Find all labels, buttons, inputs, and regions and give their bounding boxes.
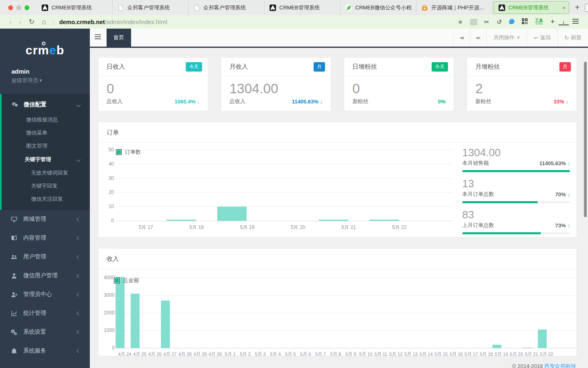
close-operations-dropdown[interactable]: 关闭操作▼: [486, 29, 527, 47]
sidebar-item-label: 管理员中心: [23, 291, 52, 298]
legend-swatch-icon: [114, 278, 120, 283]
window-zoom-button[interactable]: [24, 5, 29, 10]
cloud-sync-icon[interactable]: [506, 18, 518, 25]
tab-title: CRMEB管理系统: [508, 4, 560, 11]
user-role-dropdown[interactable]: 超级管理员 ▾: [11, 77, 90, 84]
browser-tab[interactable]: 众邦客户管理系统: [113, 0, 189, 15]
scrollbar-thumb[interactable]: [584, 62, 587, 217]
sidebar-item-cogs[interactable]: 系统设置: [0, 323, 90, 341]
tab-count-badge[interactable]: 7: [585, 4, 588, 12]
stat-card: 月增粉丝月2新粉丝33% ↓: [467, 57, 577, 111]
user-name: admin: [11, 68, 90, 75]
sidebar-item-wechat-config[interactable]: 微信配置: [2, 96, 90, 113]
devtools-icon[interactable]: 工具develop: [531, 19, 547, 25]
browser-tab[interactable]: CRMEB管理系统: [37, 0, 113, 15]
legend-label: 订单数: [125, 148, 141, 156]
tab-title: CRMEB管理系统: [279, 4, 337, 11]
stat-card-body: 1304.00总收入11405.63% ↓: [221, 76, 331, 105]
sidebar-item-bell[interactable]: 系统服务: [0, 341, 90, 360]
user-icon: [11, 272, 18, 279]
qr-code-icon[interactable]: [518, 18, 531, 25]
sidebar-subitem[interactable]: 微信关注回复: [2, 193, 90, 206]
order-stat-value: 83: [462, 209, 570, 220]
order-stat-label: 本月销售额: [462, 159, 489, 167]
chart-legend[interactable]: 总金额: [114, 277, 139, 284]
browser-tab[interactable]: 开源商城｜PHP开源商城: [416, 0, 492, 15]
stat-card-header: 月增粉丝月: [467, 58, 577, 76]
back-icon[interactable]: ‹: [6, 18, 16, 26]
gridline: [116, 278, 575, 278]
stat-card-value: 1304.00: [229, 81, 323, 97]
chart-legend[interactable]: 订单数: [116, 148, 141, 156]
chevron-left-icon: [77, 292, 81, 296]
x-axis-tick-label: 5月 18: [184, 224, 209, 231]
sidebar-subitem[interactable]: 微信菜单: [2, 126, 90, 139]
chevron-left-icon: [77, 255, 81, 259]
chevron-left-icon: [77, 217, 81, 221]
browser-menu-icon[interactable]: [569, 18, 582, 26]
stat-card-percentage: 0%: [438, 99, 445, 105]
bookmark-star-icon[interactable]: ★: [454, 18, 466, 26]
chart-bar: [217, 206, 247, 221]
add-extension-icon[interactable]: +: [547, 18, 559, 26]
sidebar-item-book[interactable]: 内容管理: [0, 229, 90, 247]
browser-tab[interactable]: CRMEB微信公众号小程: [341, 0, 416, 15]
x-axis-tick-label: 5月 17: [134, 224, 158, 231]
order-stat-label: 上月订单总数: [462, 222, 494, 229]
sidebar-item-label: 系统服务: [23, 347, 46, 355]
window-minimize-button[interactable]: [16, 5, 21, 10]
doc-favicon-icon: [194, 4, 200, 11]
order-stat-block: 13本月订单总数70% ↓: [462, 178, 570, 203]
sidebar-subitem[interactable]: 微信模板消息: [2, 113, 90, 126]
chart-bar: [167, 220, 196, 221]
sidebar-subitem[interactable]: 关键字回复: [2, 180, 90, 193]
refresh-button[interactable]: ↻刷新: [557, 29, 588, 47]
sidebar-item-label: 用户管理: [23, 253, 46, 260]
y-axis-tick-label: 1000: [102, 328, 115, 333]
tab-home[interactable]: 首页: [107, 29, 131, 47]
chart-icon: [11, 310, 18, 317]
sidebar-item-chart[interactable]: 统计管理: [0, 304, 90, 323]
sidebar-item-keyword-mgmt[interactable]: 关键字管理: [2, 153, 90, 166]
orders-panel: 订单 010203040505月 175月 185月 195月 205月 215…: [98, 122, 577, 238]
undo-icon[interactable]: ↺: [493, 18, 506, 26]
company-link[interactable]: 西安众邦科技: [544, 363, 576, 368]
download-icon[interactable]: ↓: [559, 18, 569, 25]
scissors-icon[interactable]: ✂: [481, 18, 493, 26]
income-panel: 收入 010002000300040004月 244月 254月 264月 27…: [98, 248, 577, 356]
close-icon[interactable]: ×: [562, 4, 566, 11]
sidebar-toggle-icon[interactable]: [95, 33, 101, 42]
stat-card-badge: 今天: [432, 62, 448, 72]
sidebar-subitem[interactable]: 无效关键词回复: [2, 166, 90, 180]
x-axis-tick-label: 5月 19: [235, 224, 259, 231]
y-axis-tick-label: 40: [102, 161, 114, 167]
return-button[interactable]: ↩返回: [527, 29, 557, 47]
stat-card-percentage: 1065.4% ↓: [175, 99, 200, 105]
browser-tab[interactable]: CRMEB管理系统: [265, 0, 341, 15]
sidebar-subitem[interactable]: 图文管理: [2, 139, 90, 153]
address-bar[interactable]: demo.crmeb.net/admin/index/index.html: [59, 19, 167, 25]
gridline: [116, 313, 575, 313]
history-back-button[interactable]: ◀◀: [453, 29, 470, 47]
home-icon[interactable]: ⌂: [38, 18, 50, 26]
sidebar-item-label: 商城管理: [23, 215, 46, 223]
leaf-favicon-icon: [345, 4, 352, 11]
new-tab-button[interactable]: +: [570, 3, 585, 12]
forward-icon[interactable]: ›: [16, 18, 25, 26]
browser-tab[interactable]: 众邦客户管理系统: [189, 0, 265, 15]
sidebar-item-userplus[interactable]: 管理员中心: [0, 285, 90, 304]
stat-card-header: 日增粉丝今天: [344, 58, 454, 76]
history-forward-button[interactable]: ▶▶: [470, 29, 486, 47]
window-close-button[interactable]: [8, 5, 13, 10]
stat-card-body: 0总收入1065.4% ↓: [98, 76, 208, 105]
url-domain: demo.crmeb.net: [59, 19, 105, 25]
reload-icon[interactable]: ↻: [25, 18, 38, 26]
sidebar-item-user[interactable]: 微信用户管理: [0, 266, 90, 285]
browser-tab[interactable]: CRMEB管理系统×: [493, 1, 569, 14]
tab-title: CRMEB管理系统: [51, 4, 109, 11]
stat-card-header: 日收入今天: [98, 58, 208, 76]
stat-card-header: 月收入月: [221, 58, 331, 76]
sidebar-item-users[interactable]: 用户管理: [0, 247, 90, 266]
sidebar-item-monitor[interactable]: 商城管理: [0, 210, 90, 229]
stat-card-title: 月收入: [229, 63, 248, 71]
